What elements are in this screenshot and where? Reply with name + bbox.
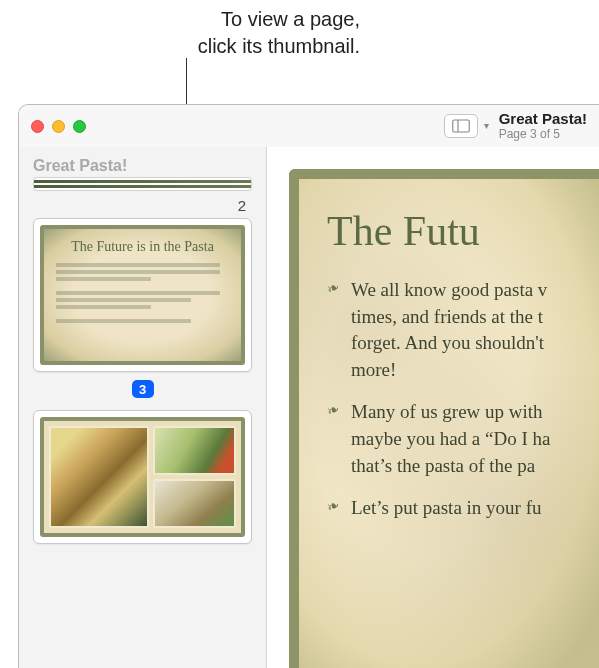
bullet-item: We all know good pasta vtimes, and frien…	[327, 277, 599, 383]
callout-line1: To view a page,	[221, 8, 360, 30]
page-number-2: 2	[33, 197, 246, 214]
thumbnail-text-block	[56, 291, 229, 309]
thumbnail-page-3[interactable]: The Future is in the Pasta	[33, 218, 252, 372]
page-content: The Futu We all know good pasta vtimes, …	[289, 169, 599, 668]
page-heading: The Futu	[327, 207, 599, 255]
photo-pasta-1	[49, 426, 149, 528]
titlebar: ▾ Great Pasta! Page 3 of 5	[19, 105, 599, 147]
callout-text: To view a page, click its thumbnail.	[0, 6, 380, 60]
bullet-item: Many of us grew up withmaybe you had a “…	[327, 399, 599, 479]
thumbnail-parchment: The Future is in the Pasta	[40, 225, 245, 365]
app-window: ▾ Great Pasta! Page 3 of 5 Great Pasta! …	[18, 104, 599, 668]
close-window-button[interactable]	[31, 120, 44, 133]
window-controls	[31, 120, 86, 133]
thumbnail-text-block	[56, 319, 229, 323]
callout-line2: click its thumbnail.	[198, 35, 360, 57]
document-title-block: Great Pasta! Page 3 of 5	[499, 110, 587, 141]
document-title: Great Pasta!	[499, 110, 587, 127]
fullscreen-window-button[interactable]	[73, 120, 86, 133]
svg-rect-0	[452, 120, 469, 132]
minimize-window-button[interactable]	[52, 120, 65, 133]
thumbnail-text-block	[56, 263, 229, 281]
current-page-badge: 3	[132, 380, 154, 398]
thumbnail-page-4[interactable]	[33, 410, 252, 544]
page-indicator: Page 3 of 5	[499, 128, 587, 142]
thumbnails-sidebar: Great Pasta! 2 The Future is in the Past…	[19, 147, 267, 668]
thumbnail-photo-grid	[40, 417, 245, 537]
photo-pasta-3	[153, 479, 236, 528]
photo-pasta-2	[153, 426, 236, 475]
window-body: Great Pasta! 2 The Future is in the Past…	[19, 147, 599, 668]
sidebar-toggle-button[interactable]	[444, 114, 478, 138]
sidebar-icon	[452, 119, 470, 133]
sidebar-document-title: Great Pasta!	[33, 157, 252, 175]
toolbar-right: ▾ Great Pasta! Page 3 of 5	[184, 110, 587, 141]
thumbnail-heading: The Future is in the Pasta	[56, 239, 229, 255]
bullet-list: We all know good pasta vtimes, and frien…	[327, 277, 599, 522]
main-page-view[interactable]: The Futu We all know good pasta vtimes, …	[267, 147, 599, 668]
thumbnail-page-1-partial[interactable]	[33, 177, 252, 191]
chevron-down-icon[interactable]: ▾	[484, 120, 489, 131]
bullet-item: Let’s put pasta in your fu	[327, 495, 599, 522]
